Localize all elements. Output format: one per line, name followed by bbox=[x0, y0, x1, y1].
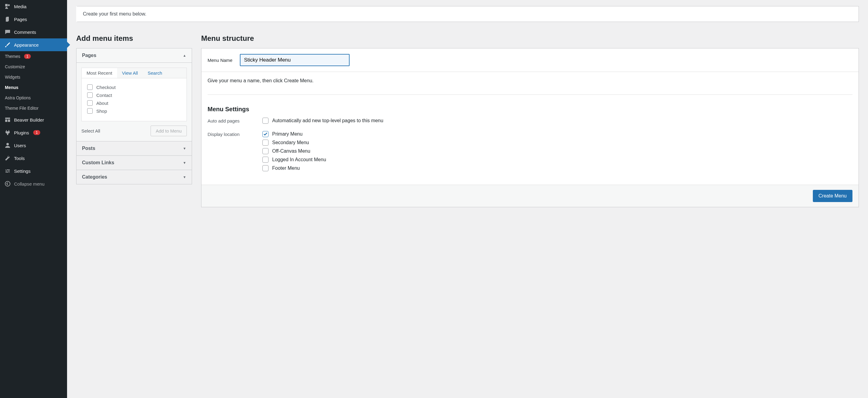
select-all-link[interactable]: Select All bbox=[82, 128, 100, 133]
add-items-heading: Add menu items bbox=[76, 34, 192, 43]
location-checkbox-row[interactable]: Primary Menu bbox=[262, 131, 326, 137]
sidebar-item-tools[interactable]: Tools bbox=[0, 152, 67, 164]
notice-box: Create your first menu below. bbox=[76, 6, 859, 22]
sidebar-label: Beaver Builder bbox=[14, 117, 44, 123]
info-text: Give your menu a name, then click Create… bbox=[208, 78, 852, 84]
sidebar-label: Users bbox=[14, 143, 26, 148]
sidebar-label: Comments bbox=[14, 30, 36, 35]
accordion-posts: Posts▼ bbox=[76, 142, 192, 156]
chevron-down-icon: ▼ bbox=[183, 161, 186, 164]
menu-structure-panel: Menu Name Give your menu a name, then cl… bbox=[201, 48, 859, 207]
brush-icon bbox=[4, 41, 11, 48]
sidebar-item-comments[interactable]: Comments bbox=[0, 26, 67, 38]
sidebar-sub-menus[interactable]: Menus bbox=[0, 82, 67, 93]
sidebar-label: Appearance bbox=[14, 42, 39, 48]
builder-icon bbox=[4, 116, 11, 123]
sidebar-collapse[interactable]: Collapse menu bbox=[0, 177, 67, 190]
sidebar-sub-widgets[interactable]: Widgets bbox=[0, 72, 67, 82]
svg-point-0 bbox=[5, 181, 10, 186]
checkbox[interactable] bbox=[87, 92, 93, 98]
location-checkbox-row[interactable]: Off-Canvas Menu bbox=[262, 148, 326, 154]
accordion-custom-links: Custom Links▼ bbox=[76, 156, 192, 170]
create-menu-button[interactable]: Create Menu bbox=[813, 190, 853, 202]
comments-icon bbox=[4, 29, 11, 35]
tabs: Most Recent View All Search bbox=[82, 68, 187, 78]
chevron-down-icon: ▼ bbox=[183, 147, 186, 150]
sidebar-item-appearance[interactable]: Appearance bbox=[0, 38, 67, 51]
accordion-categories: Categories▼ bbox=[76, 170, 192, 184]
sidebar-sub-themes[interactable]: Themes 1 bbox=[0, 51, 67, 62]
menu-name-label: Menu Name bbox=[208, 58, 232, 63]
location-checkbox-row[interactable]: Secondary Menu bbox=[262, 140, 326, 146]
checkbox[interactable] bbox=[262, 140, 269, 146]
checkbox[interactable] bbox=[262, 165, 269, 171]
media-icon bbox=[4, 3, 11, 10]
checkbox[interactable] bbox=[262, 148, 269, 154]
collapse-icon bbox=[4, 180, 11, 187]
accordion-head-posts[interactable]: Posts▼ bbox=[76, 142, 192, 155]
sidebar-label: Plugins bbox=[14, 130, 29, 135]
sidebar-item-media[interactable]: Media bbox=[0, 0, 67, 13]
admin-sidebar: Media Pages Comments Appearance Themes 1… bbox=[0, 0, 67, 398]
tab-most-recent[interactable]: Most Recent bbox=[82, 68, 117, 78]
sidebar-sub-astra[interactable]: Astra Options bbox=[0, 93, 67, 103]
checkbox[interactable] bbox=[87, 84, 93, 90]
chevron-up-icon: ▲ bbox=[183, 54, 186, 57]
location-checkbox-row[interactable]: Footer Menu bbox=[262, 165, 326, 171]
badge-count: 1 bbox=[24, 54, 31, 59]
structure-heading: Menu structure bbox=[201, 34, 859, 43]
sidebar-label: Collapse menu bbox=[14, 181, 44, 186]
sidebar-label: Media bbox=[14, 4, 27, 9]
sidebar-label: Settings bbox=[14, 169, 30, 174]
sidebar-item-users[interactable]: Users bbox=[0, 139, 67, 152]
badge-count: 1 bbox=[33, 130, 40, 135]
tab-search[interactable]: Search bbox=[143, 68, 167, 78]
plugin-icon bbox=[4, 129, 11, 136]
accordion-head-categories[interactable]: Categories▼ bbox=[76, 170, 192, 184]
pages-list: Checkout Contact About Shop bbox=[82, 78, 187, 121]
checkbox[interactable] bbox=[262, 157, 269, 163]
accordion-head-custom-links[interactable]: Custom Links▼ bbox=[76, 156, 192, 170]
user-icon bbox=[4, 142, 11, 149]
pages-icon bbox=[4, 16, 11, 23]
checkbox[interactable] bbox=[87, 108, 93, 114]
menu-settings-heading: Menu Settings bbox=[208, 94, 852, 113]
list-item[interactable]: Shop bbox=[87, 107, 181, 115]
sidebar-sub-customize[interactable]: Customize bbox=[0, 62, 67, 72]
sidebar-item-pages[interactable]: Pages bbox=[0, 13, 67, 26]
auto-add-checkbox-row[interactable]: Automatically add new top-level pages to… bbox=[262, 118, 383, 124]
add-to-menu-button[interactable]: Add to Menu bbox=[151, 126, 187, 136]
sidebar-label: Pages bbox=[14, 17, 27, 22]
checkbox[interactable] bbox=[262, 131, 269, 137]
wrench-icon bbox=[4, 155, 11, 161]
accordion-head-pages[interactable]: Pages ▲ bbox=[76, 49, 192, 63]
chevron-down-icon: ▼ bbox=[183, 175, 186, 179]
auto-add-label: Auto add pages bbox=[208, 118, 250, 123]
sidebar-item-settings[interactable]: Settings bbox=[0, 164, 67, 177]
settings-icon bbox=[4, 167, 11, 174]
accordion-pages: Pages ▲ Most Recent View All Search Chec… bbox=[76, 48, 192, 142]
list-item[interactable]: About bbox=[87, 99, 181, 107]
menu-name-input[interactable] bbox=[240, 54, 349, 66]
checkbox[interactable] bbox=[262, 118, 269, 124]
main-content: Create your first menu below. Add menu i… bbox=[67, 0, 868, 398]
sidebar-item-plugins[interactable]: Plugins 1 bbox=[0, 126, 67, 139]
list-item[interactable]: Contact bbox=[87, 91, 181, 99]
display-location-label: Display location bbox=[208, 131, 250, 137]
list-item[interactable]: Checkout bbox=[87, 83, 181, 91]
sidebar-sub-theme-file-editor[interactable]: Theme File Editor bbox=[0, 103, 67, 113]
sidebar-label: Tools bbox=[14, 156, 25, 161]
tab-view-all[interactable]: View All bbox=[117, 68, 143, 78]
checkbox[interactable] bbox=[87, 100, 93, 106]
location-checkbox-row[interactable]: Logged In Account Menu bbox=[262, 157, 326, 163]
sidebar-item-beaver[interactable]: Beaver Builder bbox=[0, 113, 67, 126]
